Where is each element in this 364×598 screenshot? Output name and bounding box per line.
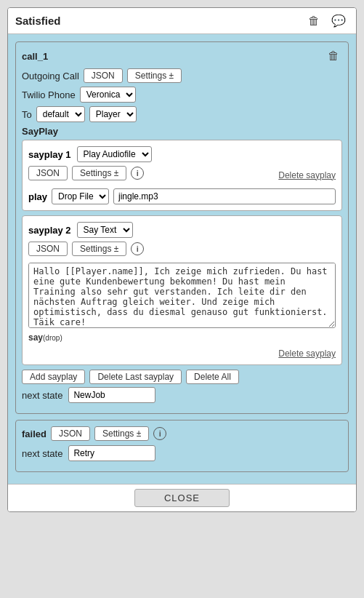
sayplay-2-json-btn[interactable]: JSON <box>28 242 68 256</box>
json-btn-1[interactable]: JSON <box>84 68 123 83</box>
play-label: play <box>28 191 47 202</box>
to-player-select[interactable]: Player <box>89 106 137 122</box>
failed-info-icon[interactable]: i <box>153 427 166 440</box>
failed-json-btn[interactable]: JSON <box>51 426 90 441</box>
content-area: call_1 🗑 Outgoing Call JSON Settings ± T… <box>8 34 356 484</box>
sayplay-1-controls: JSON Settings ± i <box>28 166 144 180</box>
failed-next-state-label: next state <box>22 448 62 459</box>
title-bar-icons: 🗑 💬 <box>305 12 349 29</box>
next-state-row: next state <box>22 387 342 403</box>
trash-icon-btn[interactable]: 🗑 <box>305 13 323 29</box>
card-header: call_1 🗑 <box>22 48 342 64</box>
sayplay-2-settings-btn[interactable]: Settings ± <box>72 242 126 256</box>
sayplay-1-header: sayplay 1 Play Audiofile <box>28 146 336 162</box>
play-mode-select[interactable]: Drop File <box>52 188 109 204</box>
close-bar: CLOSE <box>8 484 356 511</box>
to-default-select[interactable]: default <box>36 106 85 122</box>
twilio-phone-row: Twilio Phone Veronica <box>22 87 342 103</box>
call-card: call_1 🗑 Outgoing Call JSON Settings ± T… <box>15 41 349 414</box>
failed-next-state-row: next state <box>22 445 342 461</box>
sayplay-2-container: sayplay 2 Say Text JSON Settings ± i Hal… <box>22 215 342 365</box>
failed-settings-btn[interactable]: Settings ± <box>94 426 149 441</box>
trash-icon: 🗑 <box>308 15 320 27</box>
title-bar: Satisfied 🗑 💬 <box>8 8 356 34</box>
main-window: Satisfied 🗑 💬 call_1 🗑 Outgoing Call JSO… <box>7 7 357 512</box>
to-row: To default Player <box>22 106 342 122</box>
twilio-phone-label: Twilio Phone <box>22 89 76 100</box>
outgoing-call-row: Outgoing Call JSON Settings ± <box>22 68 342 83</box>
delete-all-btn[interactable]: Delete All <box>186 370 239 384</box>
sayplay-1-label: sayplay 1 <box>28 149 71 160</box>
sayplay-2-label: sayplay 2 <box>28 225 71 236</box>
sayplay-2-mode-select[interactable]: Say Text <box>77 222 133 238</box>
close-button[interactable]: CLOSE <box>134 489 230 507</box>
sayplay-1-info-icon[interactable]: i <box>131 167 144 180</box>
sayplay-2-header: sayplay 2 Say Text <box>28 222 336 238</box>
failed-next-state-input[interactable] <box>68 445 155 461</box>
sayplay-1-json-btn[interactable]: JSON <box>28 166 68 180</box>
window-title: Satisfied <box>15 15 61 27</box>
sayplay-1-mode-select[interactable]: Play Audiofile <box>77 146 152 162</box>
say-label: say(drop) <box>28 332 62 344</box>
comment-icon: 💬 <box>331 15 346 27</box>
to-label: To <box>22 109 32 120</box>
settings-btn-1[interactable]: Settings ± <box>127 68 182 83</box>
outgoing-call-label: Outgoing Call <box>22 71 79 81</box>
sayplay-2-footer: Delete sayplay <box>28 348 336 359</box>
sayplay-2-delete-link[interactable]: Delete sayplay <box>278 348 336 359</box>
say-textarea[interactable]: Hallo [[Player.name]], Ich zeige mich zu… <box>28 263 336 328</box>
delete-last-sayplay-btn[interactable]: Delete Last sayplay <box>89 370 182 384</box>
failed-section: failed JSON Settings ± i next state <box>15 420 349 472</box>
play-row: play Drop File <box>28 188 336 204</box>
twilio-phone-select[interactable]: Veronica <box>80 87 136 103</box>
card-trash-btn[interactable]: 🗑 <box>325 48 342 64</box>
failed-label: failed <box>22 428 46 439</box>
card-title: call_1 <box>22 51 48 62</box>
add-sayplay-btn[interactable]: Add sayplay <box>22 370 85 384</box>
sayplay-label: SayPlay <box>22 126 342 137</box>
play-file-input[interactable] <box>113 188 336 204</box>
card-trash-icon: 🗑 <box>328 49 339 62</box>
sayplay-1-delete-link[interactable]: Delete sayplay <box>278 170 336 180</box>
next-state-label: next state <box>22 390 62 401</box>
sayplay-2-controls: JSON Settings ± i <box>28 242 336 256</box>
say-row: Hallo [[Player.name]], Ich zeige mich zu… <box>28 260 336 328</box>
sayplay-1-container: sayplay 1 Play Audiofile JSON Settings ±… <box>22 140 342 211</box>
next-state-input[interactable] <box>68 387 155 403</box>
sayplay-2-info-icon[interactable]: i <box>131 242 144 255</box>
comment-icon-btn[interactable]: 💬 <box>328 12 349 29</box>
failed-header: failed JSON Settings ± i <box>22 426 342 441</box>
sayplay-1-settings-btn[interactable]: Settings ± <box>72 166 126 180</box>
sayplay-actions: Add sayplay Delete Last sayplay Delete A… <box>22 370 342 384</box>
